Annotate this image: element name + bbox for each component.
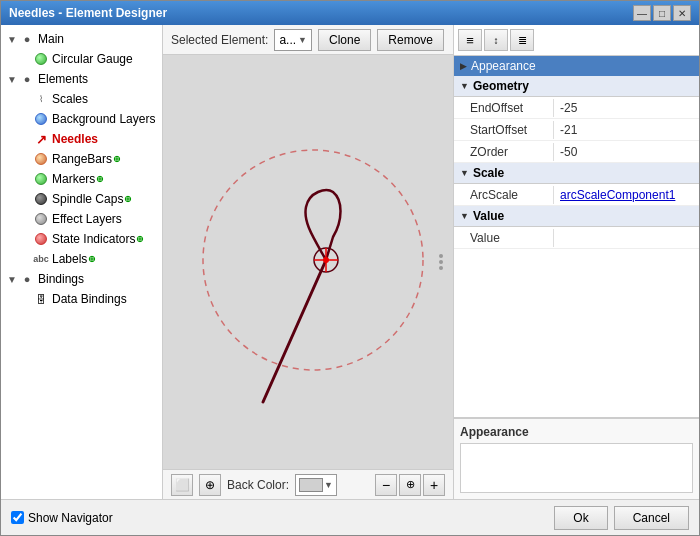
expander-bindings: ▼ [5,272,19,286]
tree-label-scales: Scales [52,92,88,106]
tree-item-labels[interactable]: abc Labels ⊕ [1,249,162,269]
zoom-center-button[interactable]: ⊕ [399,474,421,496]
needles-icon: ↗ [33,131,49,147]
expander-state-indicators [19,232,33,246]
props-toolbar-btn-3[interactable]: ≣ [510,29,534,51]
prop-name-arcscale: ArcScale [454,186,554,204]
back-color-label: Back Color: [227,478,289,492]
expander-elements: ▼ [5,72,19,86]
tree-item-spindle-caps[interactable]: Spindle Caps ⊕ [1,189,162,209]
selected-element-label: Selected Element: [171,33,268,47]
window-controls: — □ ✕ [633,5,691,21]
prop-value-value[interactable] [554,236,699,240]
props-grid: ▶ Appearance ▼ Geometry EndOffset -25 St… [454,56,699,418]
appearance-section-header[interactable]: ▶ Appearance [454,56,699,76]
close-button[interactable]: ✕ [673,5,691,21]
bottom-actions: Ok Cancel [554,506,689,530]
tree-item-circular-gauge[interactable]: Circular Gauge [1,49,162,69]
divider-dot [439,260,443,264]
tree-item-effect-layers[interactable]: Effect Layers [1,209,162,229]
show-navigator-label: Show Navigator [11,511,113,525]
svg-line-1 [263,260,326,402]
title-bar: Needles - Element Designer — □ ✕ [1,1,699,25]
tree-label-effect-layers: Effect Layers [52,212,122,226]
expander-labels [19,252,33,266]
geometry-section-header[interactable]: ▼ Geometry [454,76,699,97]
tree-item-elements[interactable]: ▼ ● Elements [1,69,162,89]
bullet-icon: ● [19,31,35,47]
prop-name-value: Value [454,229,554,247]
svg-point-0 [203,150,423,370]
geometry-arrow-icon: ▼ [460,81,469,91]
clone-button[interactable]: Clone [318,29,371,51]
markers-icon [33,171,49,187]
zoom-plus-button[interactable]: + [423,474,445,496]
expander-spindle-caps [19,192,33,206]
scale-arrow-icon: ▼ [460,168,469,178]
prop-row-start-offset: StartOffset -21 [454,119,699,141]
tree-item-needles[interactable]: ↗ Needles [1,129,162,149]
element-dropdown[interactable]: a... ▼ [274,29,312,51]
cancel-button[interactable]: Cancel [614,506,689,530]
appearance-content-area [460,443,693,493]
maximize-button[interactable]: □ [653,5,671,21]
tree-label-labels: Labels [52,252,87,266]
props-toolbar-btn-2[interactable]: ↕ [484,29,508,51]
expander-markers [19,172,33,186]
expander-data-bindings [19,292,33,306]
props-toolbar-btn-1[interactable]: ≡ [458,29,482,51]
tree-item-background-layers[interactable]: Background Layers [1,109,162,129]
minimize-button[interactable]: — [633,5,651,21]
tree-label-spindle-caps: Spindle Caps [52,192,123,206]
left-panel: ▼ ● Main Circular Gauge ▼ ● Elements ⌇ S… [1,25,163,499]
bottom-bar: Show Navigator Ok Cancel [1,499,699,535]
remove-button[interactable]: Remove [377,29,444,51]
prop-value-start-offset[interactable]: -21 [554,121,699,139]
canvas-viewport[interactable] [163,55,453,469]
bindings-bullet-icon: ● [19,271,35,287]
tree-label-circular-gauge: Circular Gauge [52,52,133,66]
scale-section-label: Scale [473,166,504,180]
labels-icon: abc [33,251,49,267]
right-panel: ≡ ↕ ≣ ▶ Appearance ▼ Geometry EndOffset [454,25,699,499]
tree-item-state-indicators[interactable]: State Indicators ⊕ [1,229,162,249]
content-area: ▼ ● Main Circular Gauge ▼ ● Elements ⌇ S… [1,25,699,499]
value-section-header[interactable]: ▼ Value [454,206,699,227]
show-navigator-checkbox[interactable] [11,511,24,524]
prop-value-zorder[interactable]: -50 [554,143,699,161]
add-icon-button[interactable]: ⊕ [199,474,221,496]
prop-row-arcscale: ArcScale arcScaleComponent1 [454,184,699,206]
spindle-caps-plus-icon: ⊕ [124,194,132,204]
zoom-controls: − ⊕ + [375,474,445,496]
rangebars-icon [33,151,49,167]
color-swatch[interactable]: ▼ [295,474,337,496]
prop-name-start-offset: StartOffset [454,121,554,139]
elements-bullet-icon: ● [19,71,35,87]
scale-section-header[interactable]: ▼ Scale [454,163,699,184]
expander-needles [19,132,33,146]
tree-label-needles: Needles [52,132,98,146]
tree-item-bindings[interactable]: ▼ ● Bindings [1,269,162,289]
prop-value-end-offset[interactable]: -25 [554,99,699,117]
tree-label-markers: Markers [52,172,95,186]
prop-row-zorder: ZOrder -50 [454,141,699,163]
tree-item-data-bindings[interactable]: 🗄 Data Bindings [1,289,162,309]
element-dropdown-value: a... [279,33,296,47]
ok-button[interactable]: Ok [554,506,607,530]
frame-icon-button[interactable]: ⬜ [171,474,193,496]
prop-value-arcscale[interactable]: arcScaleComponent1 [554,186,699,204]
svg-point-5 [323,257,329,263]
tree-item-scales[interactable]: ⌇ Scales [1,89,162,109]
tree-item-rangebars[interactable]: RangeBars ⊕ [1,149,162,169]
zoom-minus-button[interactable]: − [375,474,397,496]
tree-label-background-layers: Background Layers [52,112,155,126]
tree-item-main[interactable]: ▼ ● Main [1,29,162,49]
dropdown-arrow-icon: ▼ [298,35,307,45]
spindle-caps-icon [33,191,49,207]
tree-item-markers[interactable]: Markers ⊕ [1,169,162,189]
window-title: Needles - Element Designer [9,6,167,20]
value-arrow-icon: ▼ [460,211,469,221]
state-indicators-plus-icon: ⊕ [136,234,144,244]
show-navigator-text: Show Navigator [28,511,113,525]
expander-main: ▼ [5,32,19,46]
